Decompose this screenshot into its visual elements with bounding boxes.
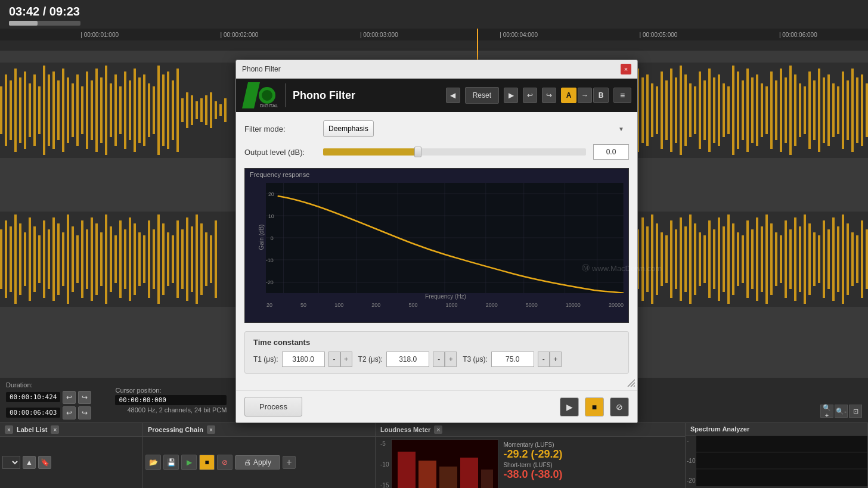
modal-close-button[interactable]: × — [621, 64, 631, 74]
filter-mode-select[interactable]: Deemphasis — [323, 120, 374, 137]
output-level-value[interactable] — [593, 144, 629, 160]
acon-logo: DIGITAL — [242, 82, 278, 108]
x-tick-50: 50 — [300, 302, 306, 308]
t1-field: T1 (μs): - + — [253, 352, 352, 367]
t2-decrement-button[interactable]: - — [433, 352, 445, 367]
time-constants-row: T1 (μs): - + T2 (μs): - + — [253, 352, 620, 367]
preset-prev-button[interactable]: ◀ — [446, 88, 460, 103]
footer-cancel-button[interactable]: ⊘ — [610, 397, 629, 416]
t3-increment-button[interactable]: + — [550, 352, 562, 367]
reset-button[interactable]: Reset — [466, 88, 498, 103]
output-level-slider-container[interactable] — [323, 144, 586, 160]
svg-text:10: 10 — [268, 213, 274, 219]
plugin-redo-button[interactable]: ↪ — [542, 88, 556, 103]
filter-mode-row: Filter mode: Deemphasis — [244, 120, 629, 137]
x-tick-10000: 10000 — [566, 302, 581, 308]
svg-text:-20: -20 — [266, 279, 274, 285]
svg-text:-10: -10 — [266, 257, 274, 263]
x-tick-20000: 20000 — [609, 302, 624, 308]
modal-footer: Process ▶ ■ ⊘ — [236, 390, 637, 422]
t2-label: T2 (μs): — [358, 355, 383, 363]
t1-decrement-button[interactable]: - — [328, 352, 340, 367]
y-axis-label: Gain (dB) — [258, 224, 265, 250]
t3-field: T3 (μs): - + — [463, 352, 562, 367]
plugin-undo-button[interactable]: ↩ — [523, 88, 537, 103]
plugin-name: Phono Filter — [293, 89, 441, 102]
t2-field: T2 (μs): - + — [358, 352, 457, 367]
time-constants-section: Time constants T1 (μs): - + T2 (μs): — [244, 331, 629, 374]
t1-stepper: - + — [328, 352, 352, 367]
b-button[interactable]: B — [593, 88, 609, 103]
modal-title: Phono Filter — [242, 65, 281, 73]
t3-input[interactable] — [491, 352, 534, 367]
copy-ab-button[interactable]: → — [578, 88, 592, 103]
t1-label: T1 (μs): — [253, 355, 278, 363]
svg-text:DIGITAL: DIGITAL — [260, 103, 278, 108]
output-level-slider-track — [323, 148, 586, 156]
x-tick-2000: 2000 — [486, 302, 498, 308]
x-tick-100: 100 — [334, 302, 343, 308]
a-button[interactable]: A — [561, 88, 576, 103]
x-tick-5000: 5000 — [526, 302, 538, 308]
t1-increment-button[interactable]: + — [340, 352, 352, 367]
t3-label: T3 (μs): — [463, 355, 488, 363]
svg-marker-263 — [242, 82, 260, 108]
svg-point-265 — [262, 90, 272, 101]
resize-handle[interactable] — [624, 376, 635, 387]
modal-toolbar: DIGITAL Phono Filter ◀ Reset ▶ ↩ ↪ A → B — [236, 79, 637, 112]
svg-line-290 — [634, 386, 635, 387]
preset-list-button[interactable]: ≡ — [613, 88, 631, 103]
frequency-chart[interactable]: 20 10 0 -10 -20 — [266, 183, 624, 293]
modal-overlay: Phono Filter × DIGITAL Phono Filter ◀ Re… — [0, 0, 868, 488]
x-tick-1000: 1000 — [446, 302, 458, 308]
x-tick-500: 500 — [408, 302, 417, 308]
t1-input[interactable] — [282, 352, 325, 367]
x-tick-20: 20 — [266, 302, 272, 308]
modal-titlebar: Phono Filter × — [236, 60, 637, 79]
svg-text:0: 0 — [271, 235, 274, 241]
output-level-slider-thumb[interactable] — [414, 147, 421, 157]
filter-mode-select-wrapper: Deemphasis — [323, 120, 629, 137]
ab-group: A → B — [561, 88, 609, 103]
x-tick-200: 200 — [371, 302, 380, 308]
filter-mode-label: Filter mode: — [244, 125, 316, 133]
svg-text:20: 20 — [268, 191, 274, 197]
output-level-row: Output level (dB): — [244, 144, 629, 160]
x-axis-label: Frequency (Hz) — [245, 293, 628, 302]
process-button[interactable]: Process — [244, 397, 302, 416]
t3-decrement-button[interactable]: - — [538, 352, 550, 367]
output-level-label: Output level (dB): — [244, 148, 316, 157]
frequency-response-container: Frequency response Gain (dB) — [244, 168, 629, 323]
t2-input[interactable] — [386, 352, 429, 367]
time-constants-title: Time constants — [253, 338, 620, 347]
t3-stepper: - + — [538, 352, 562, 367]
footer-stop-button[interactable]: ■ — [585, 397, 604, 416]
phono-filter-dialog: Phono Filter × DIGITAL Phono Filter ◀ Re… — [235, 60, 638, 423]
t2-increment-button[interactable]: + — [445, 352, 457, 367]
frequency-response-title: Frequency response — [245, 169, 628, 181]
preset-nav-group: Reset — [465, 87, 499, 104]
modal-body: Filter mode: Deemphasis Output level (dB… — [236, 112, 637, 390]
preset-next-button[interactable]: ▶ — [504, 88, 518, 103]
t2-stepper: - + — [433, 352, 457, 367]
footer-play-button[interactable]: ▶ — [560, 397, 579, 416]
